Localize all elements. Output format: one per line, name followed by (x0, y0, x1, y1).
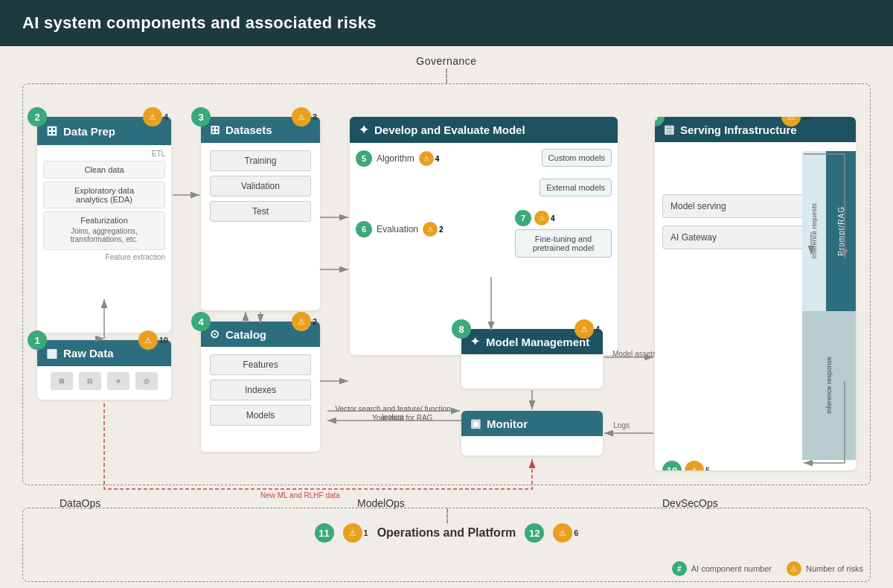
featurization-item: Featurization Joins, aggregations,transf… (43, 211, 165, 250)
fine-tuning-box: Fine-tuning and pretrained model (515, 229, 612, 258)
clean-data-item: Clean data (43, 161, 165, 179)
ops-content: 11 ⚠ 1 Operations and Platform 12 ⚠ 6 (23, 523, 870, 543)
models-item: Models (210, 405, 311, 426)
custom-models-box: Custom models (542, 149, 612, 167)
monitor-title: Monitor (487, 418, 528, 430)
serving-bottom-risk: ⚠ 5 (685, 461, 710, 470)
inference-resp-bar: Inference response (802, 311, 856, 460)
logs-label: Logs (613, 421, 630, 429)
data-prep-number-badge: 2 (28, 107, 47, 127)
datasets-body: Training Validation Test (201, 143, 320, 234)
legend: # AI component number ⚠ Number of risks (672, 561, 863, 576)
monitor-box: ▣ Monitor Logs (461, 411, 603, 456)
eda-item: Exploratory dataanalytics (EDA) (43, 182, 165, 208)
evaluation-label: Evaluation (377, 224, 418, 234)
serving-title: Serving Infrastructure (680, 124, 797, 136)
catalog-title: Catalog (225, 328, 266, 341)
inference-resp-text: Inference response (825, 357, 833, 414)
evaluation-risk: ⚠ 2 (423, 222, 444, 237)
ops1-badge: 11 (315, 523, 334, 543)
data-prep-box: 2 ⚠ 4 ⊞ Data Prep ETL Clean data Explora… (37, 117, 171, 333)
serving-box: 9 ⚠ 10 ▤ Serving Infrastructure Prompt/R… (655, 117, 856, 470)
datasets-risk-badge: ⚠ 3 (292, 107, 317, 127)
prompt-rag-bar: Prompt/RAG (826, 151, 856, 311)
model-mgmt-number-badge: 8 (452, 319, 471, 339)
header: AI system components and associated risk… (0, 0, 893, 46)
fine-tuning-badge: 7 (515, 210, 531, 226)
raw-data-risk-badge: ⚠ 10 (138, 330, 168, 350)
governance-label: Governance (416, 55, 476, 67)
datasets-title: Datasets (225, 124, 272, 136)
main-content: Governance (0, 46, 893, 588)
evaluation-section: 6 Evaluation ⚠ 2 (356, 221, 444, 237)
model-mgmt-risk-badge: ⚠ 4 (574, 319, 600, 339)
raw-data-number-badge: 1 (28, 330, 47, 350)
ai-gateway-box: AI Gateway (662, 226, 811, 249)
validation-item: Validation (210, 176, 311, 196)
new-ml-label: New ML and RLHF data (260, 491, 340, 499)
inference-req-text: Inference requests (810, 203, 818, 259)
datasets-number-badge: 3 (191, 107, 211, 127)
page-title: AI system components and associated risk… (22, 13, 377, 32)
ops-label: Operations and Platform (377, 526, 516, 540)
model-serving-box: Model serving (662, 194, 811, 218)
fine-tuning-risk: ⚠ 4 (534, 211, 555, 226)
algorithm-section: 5 Algorithm ⚠ 4 (356, 150, 439, 167)
algorithm-risk: ⚠ 4 (419, 151, 440, 166)
inference-req-bar: Inference requests (802, 151, 826, 311)
algorithm-badge: 5 (356, 150, 372, 167)
evaluation-badge: 6 (356, 221, 372, 237)
test-item: Test (210, 201, 311, 222)
rag-label: Your data for RAG (372, 414, 432, 422)
catalog-risk-badge: ⚠ 2 (292, 312, 317, 331)
serving-risk-badge: ⚠ 10 (781, 117, 811, 127)
ops1-risk: ⚠ 1 (343, 523, 368, 543)
model-assets-label: Model assets (612, 350, 656, 358)
external-models-box: External models (540, 179, 612, 196)
raw-data-icons: ⊞ ⊟ ≡ ◎ (37, 366, 171, 396)
indexes-item: Indexes (210, 380, 311, 400)
feature-extract-label: Feature extraction (43, 253, 165, 261)
ops2-risk: ⚠ 6 (553, 523, 578, 543)
legend-risk: ⚠ Number of risks (787, 561, 863, 576)
governance-dashed-line (446, 68, 447, 83)
data-prep-title: Data Prep (63, 125, 115, 138)
monitor-header: ▣ Monitor (461, 411, 603, 436)
legend-component: # AI component number (672, 561, 772, 576)
develop-inner: 5 Algorithm ⚠ 4 Custom models External m… (350, 143, 618, 348)
model-mgmt-box: 8 ⚠ 4 ✦ Model Management Model assets (461, 329, 603, 389)
featurization-sub: Joins, aggregations,transformations, etc… (50, 225, 159, 246)
datasets-box: 3 ⚠ 3 ⊞ Datasets Training Validation Tes… (201, 117, 320, 310)
catalog-number-badge: 4 (191, 312, 211, 331)
features-item: Features (210, 354, 311, 375)
catalog-box: 4 ⚠ 2 ⊙ Catalog Features Indexes Models (201, 322, 320, 452)
serving-header: ▤ Serving Infrastructure (655, 117, 856, 142)
algorithm-label: Algorithm (377, 153, 415, 164)
prompt-rag-text: Prompt/RAG (837, 206, 845, 256)
catalog-body: Features Indexes Models (201, 347, 320, 438)
etl-label: ETL (43, 150, 165, 158)
develop-header: ✦ Develop and Evaluate Model (350, 117, 618, 143)
raw-data-box: 1 ⚠ 10 ▦ Raw Data ⊞ ⊟ ≡ ◎ (37, 340, 171, 400)
fine-tuning-section: 7 ⚠ 4 Fine-tuning and pretrained model (515, 210, 612, 258)
develop-title: Develop and Evaluate Model (374, 124, 525, 136)
serving-bottom-badge: 10 (662, 461, 682, 470)
data-prep-risk-badge: ⚠ 4 (143, 107, 168, 127)
ops2-badge: 12 (525, 523, 544, 543)
modelops-dashed-line (446, 508, 448, 523)
raw-data-title: Raw Data (63, 347, 114, 359)
training-item: Training (210, 150, 311, 171)
